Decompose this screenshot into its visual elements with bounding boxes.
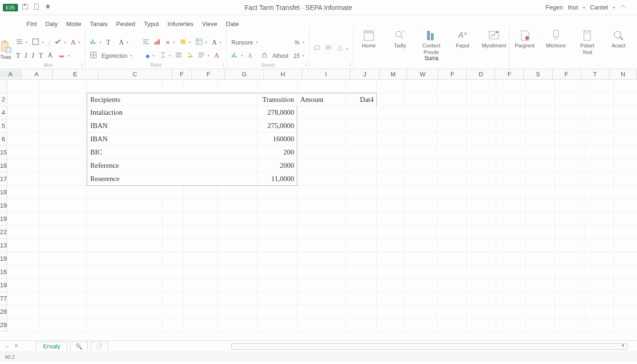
col-header[interactable]: T [581,69,610,79]
font-color-icon[interactable]: A [212,39,217,46]
cell[interactable]: 2000 [257,159,297,173]
ribbon-tab[interactable]: Pested [116,20,135,27]
new-document-icon[interactable] [33,3,40,11]
font-icon[interactable]: A· [47,52,53,60]
italic-icon[interactable]: I [32,52,34,60]
row-header[interactable]: 77 [0,292,7,305]
big-button[interactable]: PatartYest [576,29,599,55]
title-right-fegen[interactable]: Fegen [546,4,563,11]
horizontal-scrollbar[interactable]: ▼ [231,343,628,350]
borders-icon[interactable] [90,52,97,60]
cell[interactable]: Dat4 [346,93,377,106]
font-icon[interactable]: A [247,52,252,60]
big-button[interactable]: ContectProute [420,29,443,55]
sheet-nav-prev-icon[interactable]: ← [5,343,10,350]
italic-icon[interactable]: I [25,52,27,60]
select-all-corner[interactable]: A [0,69,21,79]
row-header[interactable]: 28 [0,305,7,318]
fill-color-icon[interactable] [180,38,186,46]
row-header[interactable]: 16 [0,265,7,279]
big-button[interactable]: Home [357,29,380,55]
col-header[interactable]: W [407,69,438,79]
big-button[interactable]: Tadly [389,29,411,55]
big-button[interactable]: Acsict [607,29,630,55]
col-header[interactable]: F [495,69,524,79]
sheet-nav-close-icon[interactable]: ✕ [14,343,18,350]
dialog-launcher-icon[interactable]: ⌋ [81,62,83,67]
col-header[interactable]: N [610,69,637,79]
row-header[interactable]: 2 [0,93,7,106]
row-header[interactable] [0,80,7,93]
ribbon-tab[interactable]: Tanais [90,20,108,27]
font-icon[interactable]: A [119,39,124,46]
col-header[interactable]: F [438,69,467,79]
cell[interactable]: IBAN [87,133,257,146]
row-header[interactable]: 19 [0,212,7,226]
chart-icon[interactable] [231,52,238,60]
cell[interactable]: IBAN [87,119,257,133]
cell[interactable]: Recipients [87,93,257,106]
table-icon[interactable] [196,38,202,46]
sheet-tab-search-icon[interactable]: 🔍 [70,342,88,351]
row-header[interactable]: 19 [0,279,7,292]
sheet-tab[interactable]: Ensaly [36,342,67,351]
sigma-icon[interactable] [159,52,166,60]
col-header[interactable]: J [350,69,380,79]
cell[interactable]: Amount [297,93,346,106]
ribbon-tab[interactable]: Moite [66,20,82,27]
row-header[interactable]: 13 [0,239,7,252]
col-header[interactable]: F [192,69,225,79]
cell[interactable]: 200 [257,146,297,159]
font-red-icon[interactable]: A [214,52,219,60]
font-color-icon[interactable]: A [71,39,75,46]
dialog-launcher-icon[interactable]: ⌋ [349,62,351,67]
cells-area[interactable]: Recipients Transsition Amount Dat4 Intal… [7,80,637,340]
col-header[interactable]: G [225,69,264,79]
cell[interactable]: 160000 [257,133,297,146]
athost-label[interactable]: Athost [273,53,289,59]
ribbon-tab[interactable]: Flnt [27,20,37,27]
note-icon[interactable] [326,45,332,53]
cell[interactable]: BIC [87,146,257,159]
big-button[interactable]: Michiore [545,29,567,55]
minimize-ribbon-icon[interactable] [620,3,627,11]
big-button[interactable]: AFeput [451,29,474,55]
row-header[interactable]: 17 [0,173,7,186]
row-header[interactable]: 19 [0,252,7,265]
title-right-cantet[interactable]: Cantet [590,4,608,11]
cell[interactable]: Reference [87,159,257,173]
comment-icon[interactable] [314,45,321,53]
align-left-icon[interactable] [143,38,149,46]
row-header[interactable]: 5 [0,119,7,133]
col-header[interactable]: C [99,69,172,79]
diamond-icon[interactable]: ◆ [146,53,150,59]
align-icon[interactable] [16,38,23,46]
row-header[interactable]: 19 [0,199,7,212]
chart-icon[interactable] [90,38,97,46]
cell[interactable]: Reserence [87,173,257,186]
title-right-ihot[interactable]: Ihot [568,4,578,11]
text-icon[interactable]: T [39,52,43,60]
col-header[interactable]: A [0,71,21,78]
row-header[interactable]: 6 [0,133,7,146]
runsore-dropdown[interactable]: Runsore [231,39,253,46]
font-size-icon[interactable]: T [106,39,110,46]
row-header[interactable]: 16 [0,159,7,173]
bold-icon[interactable]: T [16,52,20,60]
sheet-tab-new-icon[interactable]: 📄 [91,342,108,351]
clear-icon[interactable]: ✕ [165,39,170,46]
col-header[interactable]: F [553,69,581,79]
align-justify-icon[interactable] [198,52,205,60]
col-header[interactable]: S [524,69,552,79]
chevron-down-icon[interactable]: ▾ [613,5,615,10]
col-header[interactable]: A [21,69,53,79]
row-header[interactable]: 4 [0,106,7,119]
star-icon[interactable] [45,3,51,11]
row-header[interactable]: 22 [0,226,7,239]
col-header[interactable]: M [380,69,407,79]
cell[interactable]: Transsition [257,93,297,106]
check-icon[interactable] [55,38,61,46]
fill-icon[interactable] [58,52,65,60]
save-icon[interactable] [22,3,28,11]
highlight-icon[interactable] [187,52,193,60]
